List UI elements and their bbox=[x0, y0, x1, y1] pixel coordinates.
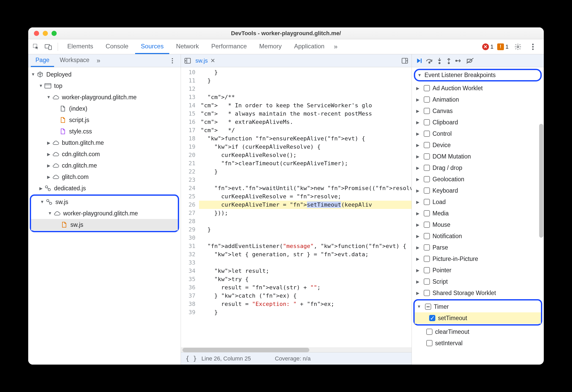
tree-domain-button[interactable]: ▶button.glitch.me bbox=[28, 137, 181, 148]
category-row[interactable]: ▶Script bbox=[412, 276, 544, 287]
category-row[interactable]: ▶Parse bbox=[412, 242, 544, 253]
tree-file-index[interactable]: (index) bbox=[28, 103, 181, 114]
checkbox-icon[interactable] bbox=[426, 329, 432, 335]
checkbox-icon[interactable] bbox=[424, 165, 430, 171]
category-row[interactable]: ▶Canvas bbox=[412, 105, 544, 117]
tab-sources[interactable]: Sources bbox=[135, 39, 169, 54]
tree-dedicated[interactable]: ▶dedicated.js bbox=[28, 183, 181, 194]
checkbox-icon[interactable] bbox=[424, 244, 430, 251]
checkbox-icon[interactable] bbox=[424, 142, 430, 148]
category-row[interactable]: ▶Mouse bbox=[412, 219, 544, 230]
step-icon[interactable] bbox=[455, 58, 463, 64]
warnings-badge[interactable]: !1 bbox=[497, 43, 509, 50]
category-row[interactable]: ▶Load bbox=[412, 196, 544, 208]
checkbox-icon[interactable] bbox=[424, 176, 430, 182]
pretty-print-icon[interactable]: { } bbox=[186, 355, 197, 362]
checkbox-icon[interactable] bbox=[424, 153, 430, 160]
category-row[interactable]: ▶Drag / drop bbox=[412, 162, 544, 174]
tab-console[interactable]: Console bbox=[100, 39, 134, 54]
step-out-icon[interactable] bbox=[446, 57, 452, 64]
resume-icon[interactable] bbox=[415, 57, 422, 64]
category-row[interactable]: ▶Device bbox=[412, 139, 544, 151]
horizontal-scrollbar[interactable] bbox=[181, 348, 412, 352]
tree-sw-domain[interactable]: ▼worker-playground.glitch.me bbox=[31, 208, 178, 219]
tab-elements[interactable]: Elements bbox=[62, 39, 99, 54]
vertical-scrollbar[interactable] bbox=[539, 124, 543, 238]
code-area[interactable]: } } "cm">/**"cm"> * In order to keep the… bbox=[199, 67, 412, 348]
checkbox-icon[interactable] bbox=[424, 96, 430, 103]
navigator-tabs-overflow-icon[interactable]: » bbox=[95, 57, 102, 65]
frame-icon bbox=[44, 82, 52, 89]
category-row[interactable]: ▶Animation bbox=[412, 94, 544, 105]
deactivate-breakpoints-icon[interactable] bbox=[466, 58, 474, 64]
checkbox-icon[interactable] bbox=[424, 108, 430, 114]
settings-icon[interactable] bbox=[512, 41, 524, 52]
checkbox-checked-icon[interactable]: ✓ bbox=[429, 315, 435, 321]
category-row[interactable]: ▶Geolocation bbox=[412, 174, 544, 185]
category-row[interactable]: ▶Pointer bbox=[412, 265, 544, 276]
category-row[interactable]: ▶Ad Auction Worklet bbox=[412, 82, 544, 94]
category-row[interactable]: ▶Control bbox=[412, 128, 544, 139]
timer-setinterval[interactable]: setInterval bbox=[412, 337, 544, 349]
toggle-debugger-icon[interactable] bbox=[400, 56, 410, 66]
timer-cleartimeout[interactable]: clearTimeout bbox=[412, 326, 544, 337]
errors-badge[interactable]: ✕1 bbox=[482, 43, 494, 50]
tree-domain-glitch[interactable]: ▶glitch.com bbox=[28, 171, 181, 183]
tab-application[interactable]: Application bbox=[288, 39, 330, 54]
checkbox-icon[interactable] bbox=[424, 267, 430, 273]
step-into-icon[interactable] bbox=[437, 57, 442, 64]
checkbox-indeterminate-icon[interactable] bbox=[425, 304, 431, 310]
navigator-tab-page[interactable]: Page bbox=[31, 54, 54, 67]
checkbox-icon[interactable] bbox=[424, 199, 430, 205]
editor-tab-swjs[interactable]: sw.js✕ bbox=[193, 57, 218, 64]
more-menu-icon[interactable] bbox=[527, 41, 539, 52]
tab-performance[interactable]: Performance bbox=[206, 39, 252, 54]
tree-file-script[interactable]: script.js bbox=[28, 114, 181, 126]
tree-top[interactable]: ▼top bbox=[28, 80, 181, 92]
code-editor[interactable]: 1011121314151617181920212223242526272829… bbox=[181, 67, 412, 348]
close-tab-icon[interactable]: ✕ bbox=[210, 57, 215, 64]
category-row[interactable]: ▶Media bbox=[412, 208, 544, 219]
checkbox-icon[interactable] bbox=[424, 256, 430, 262]
checkbox-icon[interactable] bbox=[424, 131, 430, 137]
navigator-more-icon[interactable] bbox=[167, 55, 178, 66]
checkbox-icon[interactable] bbox=[424, 222, 430, 228]
tab-memory[interactable]: Memory bbox=[254, 39, 288, 54]
tree-sw-file[interactable]: sw.js bbox=[31, 219, 178, 230]
category-row[interactable]: ▶Notification bbox=[412, 230, 544, 242]
close-window-button[interactable] bbox=[34, 31, 39, 36]
tree-domain-cdn-me[interactable]: ▶cdn.glitch.me bbox=[28, 160, 181, 171]
breakpoint-categories[interactable]: ▶Ad Auction Worklet▶Animation▶Canvas▶Cli… bbox=[412, 82, 544, 365]
inspect-element-icon[interactable] bbox=[30, 41, 42, 52]
zoom-window-button[interactable] bbox=[52, 31, 57, 36]
category-row[interactable]: ▶DOM Mutation bbox=[412, 151, 544, 162]
category-timer[interactable]: ▼Timer bbox=[415, 301, 541, 312]
tab-network[interactable]: Network bbox=[170, 39, 204, 54]
tree-sw-root[interactable]: ▼sw.js bbox=[31, 196, 178, 208]
tree-deployed[interactable]: ▼Deployed bbox=[28, 69, 181, 80]
checkbox-icon[interactable] bbox=[424, 187, 430, 194]
minimize-window-button[interactable] bbox=[43, 31, 48, 36]
checkbox-icon[interactable] bbox=[424, 85, 430, 91]
tree-file-style[interactable]: style.css bbox=[28, 126, 181, 137]
tabs-overflow-icon[interactable]: » bbox=[331, 43, 340, 51]
device-toggle-icon[interactable] bbox=[43, 41, 54, 52]
tree-domain[interactable]: ▼worker-playground.glitch.me bbox=[28, 92, 181, 103]
checkbox-icon[interactable] bbox=[424, 210, 430, 216]
tree-domain-cdn-com[interactable]: ▶cdn.glitch.com bbox=[28, 148, 181, 160]
category-row[interactable]: ▶Shared Storage Worklet bbox=[412, 287, 544, 299]
checkbox-icon[interactable] bbox=[424, 278, 430, 285]
category-row[interactable]: ▶Clipboard bbox=[412, 117, 544, 128]
navigator-tab-workspace[interactable]: Workspace bbox=[55, 54, 94, 67]
timer-settimeout[interactable]: ✓setTimeout bbox=[415, 312, 541, 324]
category-row[interactable]: ▶Keyboard bbox=[412, 185, 544, 196]
toggle-navigator-icon[interactable] bbox=[182, 56, 193, 66]
event-listener-breakpoints-header[interactable]: ▼Event Listener Breakpoints bbox=[414, 69, 542, 81]
step-over-icon[interactable] bbox=[426, 58, 433, 64]
checkbox-icon[interactable] bbox=[426, 340, 432, 346]
checkbox-icon[interactable] bbox=[424, 119, 430, 125]
category-row[interactable]: ▶Picture-in-Picture bbox=[412, 253, 544, 265]
checkbox-icon[interactable] bbox=[424, 233, 430, 239]
file-tree[interactable]: ▼Deployed ▼top ▼worker-playground.glitch… bbox=[28, 67, 181, 365]
checkbox-icon[interactable] bbox=[424, 290, 430, 296]
